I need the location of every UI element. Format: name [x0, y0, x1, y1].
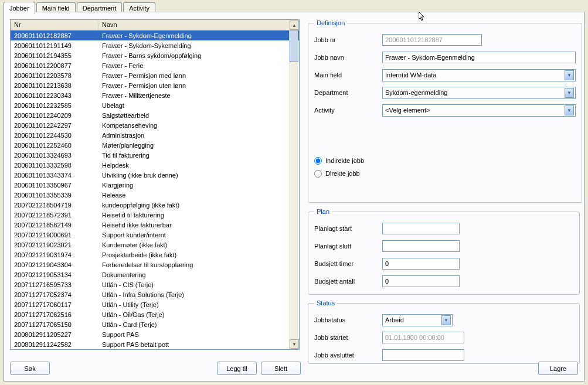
scrollbar[interactable]: ▲ ▼: [289, 21, 298, 349]
group-plan: Plan Planlagt start Planlagt slutt Budsj…: [308, 208, 580, 295]
chevron-down-icon[interactable]: ▼: [441, 315, 451, 325]
table-row[interactable]: 2007021219053134Dokumentering: [11, 270, 299, 280]
table-row[interactable]: 2007021219023021Kundemøter (ikke fakt): [11, 240, 299, 250]
cell-nr: 2006011012252460: [11, 142, 98, 149]
table-row[interactable]: 2006011012230343Fravær - Militærtjeneste: [11, 90, 299, 100]
field-jobb-avsluttet[interactable]: [382, 349, 464, 361]
table-row[interactable]: 2006011013355339Release: [11, 190, 299, 200]
cell-navn: Fravær - Militærtjeneste: [98, 92, 299, 99]
cell-navn: Klargjøring: [98, 182, 299, 189]
cell-nr: 2007112717062516: [11, 311, 98, 318]
table-row[interactable]: 2007021218582149Reisetid ikke fakturerba…: [11, 220, 299, 230]
label-planlagt-slutt: Planlagt slutt: [314, 243, 382, 250]
cell-nr: 2007112716595733: [11, 281, 98, 288]
table-row[interactable]: 2006011012232585Ubelagt: [11, 100, 299, 110]
table-row[interactable]: 2007021219000691Support kunder/internt: [11, 230, 299, 240]
cell-nr: 2007021218572391: [11, 212, 98, 219]
cell-nr: 2006011012244530: [11, 132, 98, 139]
scroll-up-icon[interactable]: ▲: [290, 21, 299, 30]
cell-nr: 2006011012242297: [11, 122, 98, 129]
table-row[interactable]: 2006011013350967Klargjøring: [11, 180, 299, 190]
table-row[interactable]: 2006011012244530Administrasjon: [11, 130, 299, 140]
cell-nr: 2006011012203578: [11, 72, 98, 79]
search-button[interactable]: Søk: [10, 362, 50, 375]
cell-nr: 2006011012213638: [11, 82, 98, 89]
chevron-down-icon[interactable]: ▼: [565, 105, 574, 115]
scroll-thumb[interactable]: [290, 30, 298, 62]
cell-navn: Fravær - Barns sykdom/oppfølging: [98, 52, 299, 59]
select-mainfield[interactable]: Interntid WM-data ▼: [382, 69, 576, 81]
select-jobbstatus[interactable]: Arbeid ▼: [382, 314, 453, 326]
tab-jobber[interactable]: Jobber: [4, 2, 35, 14]
table-row[interactable]: 2006011013324693Tid til fakturering: [11, 150, 299, 160]
table-row[interactable]: 2006011012242297Kompetanseheving: [11, 120, 299, 130]
cell-nr: 2006011013332598: [11, 162, 98, 169]
col-header-nr[interactable]: Nr: [11, 20, 98, 30]
table-row[interactable]: 2006011012191149Fravær - Sykdom-Sykemeld…: [11, 40, 299, 50]
cell-nr: 2007112717060117: [11, 301, 98, 308]
scroll-down-icon[interactable]: ▼: [290, 339, 299, 349]
field-budsjett-antall[interactable]: [382, 275, 460, 287]
cell-nr: 2007021219000691: [11, 231, 98, 239]
cell-navn: Dokumentering: [98, 271, 299, 278]
table-row[interactable]: 2007112716595733Utlån - CIS (Terje): [11, 280, 299, 289]
cell-nr: 2006011012230343: [11, 92, 98, 99]
field-planlagt-start[interactable]: [382, 223, 460, 234]
cell-nr: 2007021219053134: [11, 271, 98, 278]
legend-status: Status: [314, 299, 337, 306]
select-department[interactable]: Sykdom-egenmelding ▼: [382, 87, 576, 99]
label-jobb-avsluttet: Jobb avsluttet: [314, 352, 382, 359]
table-row[interactable]: 2006011012252460Møter/planlegging: [11, 140, 299, 150]
table-row[interactable]: 2006011012200877Fravær - Ferie: [11, 60, 299, 70]
save-button[interactable]: Lagre: [538, 362, 578, 375]
cell-navn: Fravær - Sykdom-Sykemelding: [98, 42, 299, 49]
radio-direkte[interactable]: [314, 170, 322, 178]
select-mainfield-value: Interntid WM-data: [385, 71, 565, 79]
select-department-value: Sykdom-egenmelding: [385, 89, 565, 96]
radio-indirekte[interactable]: [314, 157, 322, 165]
chevron-down-icon[interactable]: ▼: [565, 70, 574, 80]
table-row[interactable]: 2006011012182887Fravær - Sykdom-Egenmeld…: [11, 30, 299, 40]
field-jobbnavn[interactable]: [382, 52, 576, 63]
cell-nr: 2008012911205227: [11, 331, 98, 338]
delete-button[interactable]: Slett: [261, 362, 301, 375]
cell-nr: 2007021219031974: [11, 251, 98, 258]
cell-nr: 2006011013343374: [11, 172, 98, 179]
table-row[interactable]: 2007112717062516Utlån - Oil/Gas (Terje): [11, 309, 299, 319]
table-row[interactable]: 2007112717052374Utlån - Infra Solutions …: [11, 289, 299, 299]
table-row[interactable]: 2008012911205227Support PAS: [11, 329, 299, 339]
table-row[interactable]: 2006011012240209Salgstøttearbeid: [11, 110, 299, 120]
table-row[interactable]: 2007021219043304Forberedelser til kurs/o…: [11, 260, 299, 270]
table-row[interactable]: 2008012911242582Support PAS betalt pott: [11, 339, 299, 349]
cell-nr: 2008012911242582: [11, 341, 98, 348]
table-row[interactable]: 2007021218504719kundeoppfølging (ikke fa…: [11, 200, 299, 210]
legend-definition: Definisjon: [314, 19, 347, 26]
field-budsjett-timer[interactable]: [382, 258, 460, 270]
table-row[interactable]: 2006011013343374Utvikling (ikke bruk den…: [11, 170, 299, 180]
cell-nr: 2006011012240209: [11, 112, 98, 119]
table-row[interactable]: 2007021219031974Prosjektarbeide (ikke fa…: [11, 250, 299, 260]
label-indirekte: Indirekte jobb: [325, 157, 364, 164]
select-activity[interactable]: <Velg element> ▼: [382, 104, 576, 117]
cell-navn: Møter/planlegging: [98, 142, 299, 149]
table-row[interactable]: 2006011012203578Fravær - Permisjon med l…: [11, 70, 299, 80]
job-list-body[interactable]: 2006011012182887Fravær - Sykdom-Egenmeld…: [11, 30, 299, 349]
table-row[interactable]: 2007112717060117Utlån - Utility (Terje): [11, 299, 299, 309]
field-planlagt-slutt[interactable]: [382, 240, 460, 252]
job-list[interactable]: Nr Navn 2006011012182887Fravær - Sykdom-…: [10, 19, 300, 350]
cell-nr: 2006011012182887: [11, 32, 98, 39]
cell-navn: Prosjektarbeide (ikke fakt): [98, 251, 299, 258]
col-header-navn[interactable]: Navn: [98, 20, 299, 30]
scroll-track[interactable]: [290, 30, 298, 339]
table-row[interactable]: 2006011012213638Fravær - Permisjon uten …: [11, 80, 299, 90]
add-button[interactable]: Legg til: [217, 362, 257, 375]
cell-nr: 2006011012232585: [11, 102, 98, 109]
chevron-down-icon[interactable]: ▼: [565, 88, 574, 98]
table-row[interactable]: 2006011012194355Fravær - Barns sykdom/op…: [11, 50, 299, 60]
table-row[interactable]: 2006011013332598Helpdesk: [11, 160, 299, 170]
label-jobb-startet: Jobb startet: [314, 334, 382, 341]
table-row[interactable]: 2007112717065150Utlån - Card (Terje): [11, 319, 299, 329]
cell-nr: 2007021219043304: [11, 261, 98, 268]
table-row[interactable]: 2007021218572391Reisetid til fakturering: [11, 210, 299, 220]
label-department: Department: [314, 89, 382, 96]
